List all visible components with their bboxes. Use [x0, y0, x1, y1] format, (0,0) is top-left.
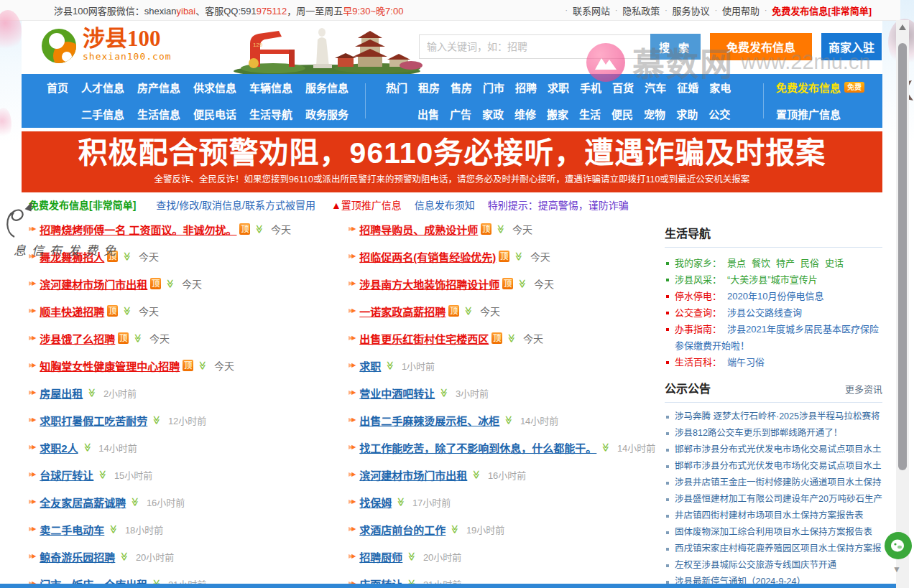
- expand-chevron-icon[interactable]: ≫: [451, 525, 461, 534]
- hot-link[interactable]: 出售: [417, 106, 439, 121]
- expand-chevron-icon[interactable]: ≫: [120, 552, 130, 561]
- notice-link[interactable]: 邯郸市涉县分布式光伏发电市场化交易试点项目水土: [675, 458, 882, 475]
- expand-chevron-icon[interactable]: ≫: [255, 225, 265, 234]
- expand-chevron-icon[interactable]: ≫: [152, 416, 162, 425]
- listing-link[interactable]: 找工作能吃苦，除了不影响到休息，什么都能干。: [359, 440, 596, 455]
- topbar-link[interactable]: 联系网站: [573, 4, 610, 17]
- listing-link[interactable]: 出售二手麻辣烫展示柜、冰柜: [359, 413, 499, 428]
- hot-link[interactable]: 维修: [514, 106, 536, 121]
- vertical-scrollbar[interactable]: [896, 20, 909, 588]
- expand-chevron-icon[interactable]: ≫: [166, 279, 176, 289]
- life-nav-link[interactable]: 餐饮: [752, 258, 770, 269]
- hot-link[interactable]: 求助: [676, 106, 698, 121]
- hot-link[interactable]: 征婚: [677, 80, 698, 95]
- expand-chevron-icon[interactable]: ≫: [198, 361, 208, 370]
- listing-link[interactable]: 滨河建材市场门市出租: [40, 276, 147, 291]
- listing-link[interactable]: 顺丰快递招聘: [40, 304, 104, 319]
- expand-chevron-icon[interactable]: ≫: [440, 388, 450, 398]
- life-nav-link[interactable]: “大美涉县”城市宣传片: [727, 274, 818, 285]
- listing-link[interactable]: 卖二手电动车: [40, 522, 104, 537]
- expand-chevron-icon[interactable]: ≫: [397, 498, 407, 507]
- hot-link[interactable]: 生活: [579, 106, 601, 121]
- listing-link[interactable]: 知胸堂女性健康管理中心招聘: [40, 358, 180, 373]
- customer-service-button[interactable]: [885, 532, 912, 559]
- hot-link[interactable]: 租房: [418, 80, 440, 95]
- nav-link[interactable]: 服务信息: [305, 80, 348, 95]
- hot-link[interactable]: 热门: [386, 80, 407, 95]
- expand-chevron-icon[interactable]: ≫: [518, 279, 528, 289]
- hot-link[interactable]: 便民: [611, 106, 633, 121]
- search-button[interactable]: 搜 索: [650, 34, 701, 60]
- expand-chevron-icon[interactable]: ≫: [504, 416, 514, 425]
- life-nav-link[interactable]: 民俗: [800, 258, 819, 269]
- listing-link[interactable]: 找保姆: [359, 495, 392, 510]
- listing-link[interactable]: 鲸奇游乐园招聘: [40, 549, 115, 564]
- expand-chevron-icon[interactable]: ≫: [88, 388, 98, 398]
- hot-link[interactable]: 求职: [548, 80, 569, 95]
- expand-chevron-icon[interactable]: ≫: [407, 552, 417, 561]
- nav-link[interactable]: 供求信息: [193, 80, 236, 95]
- free-post-link[interactable]: 免费发布信息[非常简单]: [29, 197, 136, 212]
- listing-link[interactable]: 台球厅转让: [40, 467, 93, 482]
- topbar-link[interactable]: 使用帮助: [722, 4, 760, 17]
- nav-link[interactable]: 房产信息: [137, 80, 180, 95]
- nav-link[interactable]: 人才信息: [81, 80, 124, 95]
- listing-link[interactable]: 全友家居高薪诚聘: [40, 495, 126, 510]
- nav-link[interactable]: 车辆信息: [249, 80, 292, 95]
- expand-chevron-icon[interactable]: ≫: [514, 252, 525, 261]
- post-rules-link[interactable]: 信息发布须知: [415, 197, 475, 212]
- expand-chevron-icon[interactable]: ≫: [464, 307, 474, 316]
- nav-link[interactable]: 生活导航: [249, 106, 292, 121]
- listing-link[interactable]: 一诺家政高薪招聘: [359, 304, 446, 319]
- listing-link[interactable]: 招聘导购员、成熟设计师: [359, 222, 478, 237]
- notice-link[interactable]: 井店镇四街村建材市场项目水土保持方案报告表: [675, 508, 864, 524]
- expand-chevron-icon[interactable]: ≫: [386, 361, 396, 370]
- nav-top-promo-link[interactable]: 置顶推广信息: [776, 106, 841, 121]
- listing-link[interactable]: 求酒店前台的工作: [359, 522, 446, 537]
- nav-link[interactable]: 首页: [47, 80, 68, 95]
- notice-link[interactable]: 西戌镇宋家庄村梅花鹿养殖园区项目水土保持方案报: [675, 541, 882, 557]
- site-logo[interactable]: 涉县100 shexian100.com: [42, 27, 172, 63]
- life-nav-link[interactable]: 端午习俗: [727, 357, 765, 368]
- topbar-link[interactable]: 隐私政策: [622, 4, 660, 17]
- scroll-down-arrow-icon[interactable]: ▼: [892, 564, 901, 574]
- scrollbar-up-icon[interactable]: [899, 24, 906, 30]
- life-nav-link[interactable]: 2020年10月份停电信息: [727, 291, 823, 302]
- expand-chevron-icon[interactable]: ≫: [123, 252, 133, 261]
- anti-fraud-banner[interactable]: 积极配合预警劝阻，96110务必接听，遭遇诈骗及时报案 全警反诈、全民反诈！如果…: [22, 131, 882, 192]
- hot-link[interactable]: 搬家: [547, 106, 568, 121]
- expand-chevron-icon[interactable]: ≫: [497, 225, 507, 234]
- listing-link[interactable]: 求职打暑假工吃苦耐劳: [40, 413, 147, 428]
- hot-link[interactable]: 汽车: [645, 80, 666, 95]
- nav-link[interactable]: 便民电话: [193, 106, 236, 121]
- notice-link[interactable]: 涉县井店镇王金庄一街村修建防火通道项目水土保持: [675, 475, 882, 491]
- notice-link[interactable]: 涉县盛恒建材加工有限公司建设年产20万吨砂石生产: [675, 491, 882, 508]
- top-promo-link[interactable]: ▲置顶推广信息: [331, 197, 402, 212]
- nav-link[interactable]: 生活信息: [137, 106, 180, 121]
- listing-link[interactable]: 滨河建材市场门市出租: [359, 467, 467, 482]
- hot-link[interactable]: 家电: [709, 80, 731, 95]
- listing-link[interactable]: 营业中酒吧转让: [359, 386, 435, 401]
- expand-chevron-icon[interactable]: ≫: [134, 334, 144, 343]
- hot-link[interactable]: 百货: [612, 80, 634, 95]
- hot-link[interactable]: 售房: [451, 80, 472, 95]
- listing-link[interactable]: 招临促两名(有销售经验优先): [359, 249, 496, 264]
- life-nav-link[interactable]: 景点: [727, 258, 746, 269]
- nav-link[interactable]: 二手信息: [81, 106, 124, 121]
- life-nav-link[interactable]: 史话: [825, 258, 844, 269]
- listing-link[interactable]: 招聘厨师: [359, 549, 402, 564]
- merchant-join-button[interactable]: 商家入驻: [821, 33, 882, 60]
- free-post-button[interactable]: 免费发布信息: [710, 33, 812, 60]
- more-news-link[interactable]: 更多资讯: [845, 382, 882, 396]
- hot-link[interactable]: 手机: [580, 80, 601, 95]
- listing-link[interactable]: 招聘烧烤师傅一名 工资面议。非诚勿扰。: [40, 222, 236, 237]
- listing-link[interactable]: 求职2人: [40, 440, 78, 455]
- expand-chevron-icon[interactable]: ≫: [109, 525, 119, 534]
- hot-link[interactable]: 广告: [450, 106, 471, 121]
- topbar-link[interactable]: 服务协议: [673, 4, 710, 17]
- topbar-free-post-link[interactable]: 免费发布信息[非常简单]: [772, 4, 872, 17]
- notice-link[interactable]: 左权至涉县城际公交旅游专线国庆节开通: [675, 557, 836, 574]
- listing-link[interactable]: 出售更乐红街村住宅楼西区: [359, 331, 489, 346]
- notice-link[interactable]: 涉县812路公交车更乐到邯郸线路开通了！: [675, 425, 842, 442]
- life-nav-link[interactable]: 涉县公交路线查询: [727, 307, 802, 318]
